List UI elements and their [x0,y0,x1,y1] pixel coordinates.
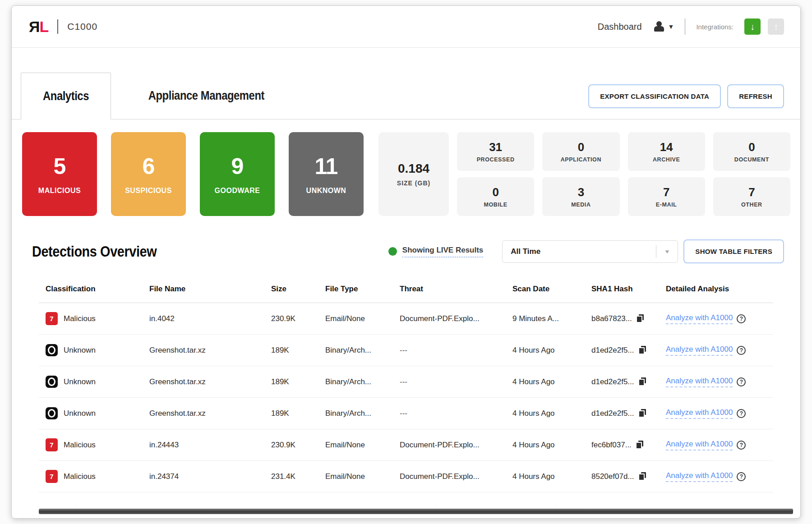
file-size: 230.9K [264,441,318,450]
tab-analytics[interactable]: Analytics [21,73,111,120]
copy-icon[interactable] [636,441,643,449]
copy-icon[interactable] [638,346,646,354]
scan-date: 4 Hours Ago [506,409,585,418]
time-range-select[interactable]: All Time ▼ [502,240,678,263]
integration-download-button[interactable]: ↓ [744,18,761,35]
sha1-hash: b8a67823... [591,314,632,323]
file-name: Greenshot.tar.xz [143,346,264,355]
select-divider [656,245,656,258]
analyze-with-a1000-link[interactable]: Analyze with A1000 [666,471,733,482]
col-header-threat[interactable]: Threat [393,285,506,294]
show-table-filters-button[interactable]: SHOW TABLE FILTERS [683,239,784,263]
tabs-row: Analytics Appliance Management EXPORT CL… [12,72,800,120]
table-row: 7 Malicious in.24443 230.9K Email/None D… [39,429,773,461]
email-count: 7 [663,185,669,199]
threat-name: Document-PDF.Explo... [393,314,506,323]
col-header-scan-date[interactable]: Scan Date [506,285,585,294]
download-arrow-icon: ↓ [750,22,755,32]
col-header-size[interactable]: Size [264,285,318,294]
detections-title-text: Detections Overview [32,243,157,260]
scan-date: 4 Hours Ago [506,441,585,450]
copy-icon[interactable] [638,472,646,481]
logo-letter-r: Я [29,18,39,35]
media-label: MEDIA [571,202,591,208]
col-header-sha1[interactable]: SHA1 Hash [585,285,659,294]
threat-name: --- [393,409,506,418]
unknown-badge-icon [46,407,58,419]
archive-count: 14 [660,140,673,154]
file-type: Binary/Arch... [318,409,393,418]
table-row: Unknown Greenshot.tar.xz 189K Binary/Arc… [39,335,773,366]
goodware-label: GOODWARE [215,187,260,195]
threat-name: --- [393,346,506,355]
threat-name: --- [393,377,506,386]
upload-arrow-icon: ↑ [774,22,778,32]
file-type: Binary/Arch... [318,346,393,355]
sha1-hash: d1ed2e2f5... [591,346,634,355]
analyze-with-a1000-link[interactable]: Analyze with A1000 [666,440,733,450]
tab-appliance-management[interactable]: Appliance Management [111,72,302,119]
integrations-label: Integrations: [696,23,734,31]
help-icon[interactable]: ? [737,346,746,355]
col-header-file-name[interactable]: File Name [143,285,264,294]
file-name: in.4042 [143,314,264,323]
analyze-with-a1000-link[interactable]: Analyze with A1000 [666,345,733,356]
help-icon[interactable]: ? [737,472,746,481]
classification-text: Unknown [64,346,96,355]
sha1-hash: d1ed2e2f5... [591,377,634,386]
integration-upload-button[interactable]: ↑ [768,18,784,35]
threat-name: Document-PDF.Explo... [393,441,506,450]
malicious-badge: 7 [46,438,58,451]
col-header-file-type[interactable]: File Type [318,285,393,294]
stat-tile-document: 0 DOCUMENT [713,132,790,171]
top-bar: ЯL C1000 Dashboard ▼ Integrations: ↓ ↑ [12,6,800,48]
help-icon[interactable]: ? [737,314,746,323]
logo-letter-l: L [39,18,48,35]
copy-icon[interactable] [638,409,646,418]
export-classification-data-button[interactable]: EXPORT CLASSIFICATION DATA [588,84,721,108]
nav-dashboard-link[interactable]: Dashboard [598,22,642,32]
goodware-count: 9 [231,153,244,179]
scan-date: 4 Hours Ago [506,346,585,355]
help-icon[interactable]: ? [737,377,746,386]
stat-card-goodware[interactable]: 9 GOODWARE [200,132,275,216]
chevron-down-icon: ▼ [664,248,670,255]
suspicious-label: SUSPICIOUS [125,187,172,195]
scan-date: 4 Hours Ago [506,472,585,481]
user-menu-caret-icon[interactable]: ▼ [668,23,674,30]
stat-tile-other: 7 OTHER [713,177,790,216]
stat-card-unknown[interactable]: 11 UNKNOWN [289,132,364,216]
copy-icon[interactable] [636,314,644,323]
file-name: in.24443 [143,441,264,450]
refresh-button[interactable]: REFRESH [727,84,784,108]
detections-title: Detections Overview [32,243,179,260]
analyze-with-a1000-link[interactable]: Analyze with A1000 [666,313,733,324]
copy-icon[interactable] [638,377,646,386]
analyze-with-a1000-link[interactable]: Analyze with A1000 [666,408,733,419]
col-header-detailed-analysis[interactable]: Detailed Analysis [659,285,773,294]
classification-text: Malicious [64,314,96,323]
stat-card-suspicious[interactable]: 6 SUSPICIOUS [111,132,186,216]
file-type: Email/None [318,441,393,450]
col-header-classification[interactable]: Classification [39,285,143,294]
malicious-badge: 7 [46,470,58,483]
stats-row: 5 MALICIOUS 6 SUSPICIOUS 9 GOODWARE 11 U… [12,120,800,216]
sha1-hash: 8520ef07d... [591,472,634,481]
classification-text: Unknown [64,377,96,386]
help-icon[interactable]: ? [737,409,746,418]
file-size: 231.4K [264,472,318,481]
file-size: 189K [264,409,318,418]
table-row: 7 Malicious in.24374 231.4K Email/None D… [39,461,773,492]
scan-date: 4 Hours Ago [506,377,585,386]
malicious-badge: 7 [46,312,58,325]
live-results-label: Showing LIVE Results [402,246,483,257]
stat-card-malicious[interactable]: 5 MALICIOUS [22,132,97,216]
file-type: Email/None [318,314,393,323]
user-icon[interactable] [654,21,664,32]
horizontal-scrollbar[interactable] [39,509,793,514]
analyze-with-a1000-link[interactable]: Analyze with A1000 [666,377,733,387]
live-results-indicator[interactable]: Showing LIVE Results [388,246,483,257]
file-size: 189K [264,377,318,386]
help-icon[interactable]: ? [737,441,746,450]
unknown-badge-icon [46,344,58,356]
